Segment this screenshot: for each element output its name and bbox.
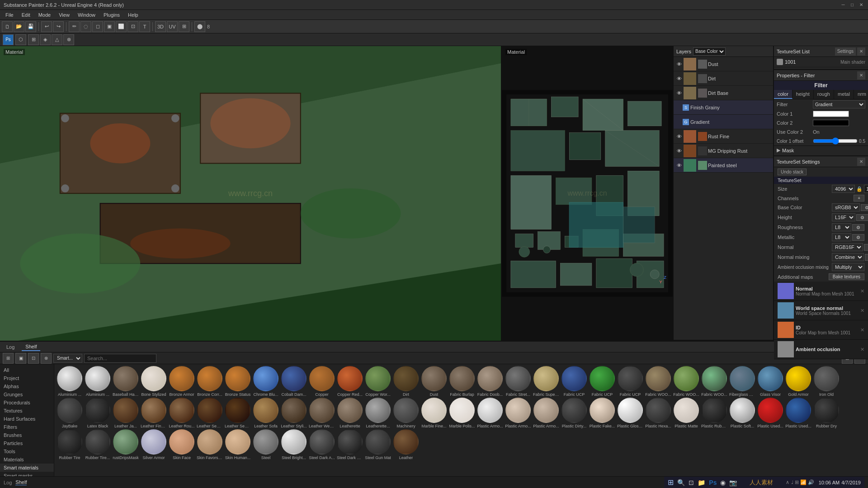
win-task-btn[interactable]: ⊡ [689, 479, 694, 486]
mat-leather-styli[interactable]: Leather Styli... [280, 398, 307, 428]
prop-color2-swatch[interactable] [813, 120, 849, 126]
layer-btn-4[interactable]: ⊗ [63, 34, 74, 45]
mat-leather-bottom[interactable]: Leather [392, 429, 420, 460]
prop-tab-rough[interactable]: rough [814, 90, 834, 99]
shelf-cat-materials[interactable]: Materials [0, 455, 54, 464]
mat-plastic-rubber[interactable]: Plastic Rubber [701, 398, 728, 428]
shelf-tool-2[interactable]: ▣ [15, 353, 26, 364]
mat-plastic-gloss[interactable]: Plastic Gloss... [617, 398, 644, 428]
ts-list-settings-btn[interactable]: Settings [835, 47, 856, 56]
prop-tab-metal[interactable]: metal [834, 90, 854, 99]
shelf-cat-textures[interactable]: Textures [0, 407, 54, 415]
mat-leather-fine[interactable]: Leather Fine... [140, 398, 167, 428]
viewport-left[interactable]: Material [0, 46, 502, 341]
ps-icon-1[interactable]: Ps [3, 34, 14, 45]
tool-paint[interactable]: ✏ [69, 21, 80, 32]
map-close-ao[interactable]: ✕ [860, 347, 864, 352]
tool-split[interactable]: ⊞ [179, 21, 189, 32]
mat-plastic-armo1[interactable]: Plastic Armo... [476, 398, 504, 428]
mat-fabric-woo1[interactable]: Fabric WOO... [645, 366, 672, 397]
win-other-btn[interactable]: 📷 [729, 479, 737, 486]
mat-gold-armor[interactable]: Gold Armor [785, 366, 812, 397]
mat-steel-bright[interactable]: Steel Bright... [280, 429, 307, 460]
shelf-cat-filters[interactable]: Filters [0, 423, 54, 431]
mat-dust[interactable]: Dust [420, 366, 448, 397]
ts-basecolor-select[interactable]: sRGB8 [832, 203, 860, 211]
ts-bake-btn[interactable]: Bake textures [829, 273, 864, 280]
shelf-cat-smart-materials[interactable]: Smart materials [0, 464, 54, 472]
mat-copper-red[interactable]: Copper Red... [336, 366, 363, 397]
ts-channels-add-btn[interactable]: + [854, 195, 864, 202]
shelf-cat-grunges[interactable]: Grunges [0, 390, 54, 399]
mat-leatherette[interactable]: Leatherette [336, 398, 363, 428]
mat-rubber-dry[interactable]: Rubber Dry [813, 398, 840, 428]
mat-steel[interactable]: Steel [252, 429, 279, 460]
map-close-normal[interactable]: ✕ [860, 288, 864, 294]
mat-skin-face[interactable]: Skin Face [168, 429, 195, 460]
shelf-cat-particles[interactable]: Particles [0, 439, 54, 447]
shelf-tab-shelf[interactable]: Shelf [22, 343, 40, 351]
maximize-btn[interactable]: □ [849, 2, 855, 8]
ts-ao-select[interactable]: Multiply [832, 263, 864, 271]
shelf-filter-select[interactable]: Smart... [53, 354, 82, 363]
mat-fabric-woo2[interactable]: Fabric WOO... [673, 366, 700, 397]
shelf-tool-4[interactable]: ⊗ [41, 353, 52, 364]
mat-plastic-armo2[interactable]: Plastic Armo... [505, 398, 532, 428]
mat-leather-ja[interactable]: Leather Ja... [112, 398, 139, 428]
mat-marble-polis[interactable]: Marble Polis... [448, 398, 476, 428]
tool-fill[interactable]: ⬜ [116, 21, 127, 32]
mat-marble-fine[interactable]: Marble Fine... [420, 398, 448, 428]
prop-color1-swatch[interactable] [813, 111, 849, 117]
mat-bronze-corr[interactable]: Bronze Corr... [196, 366, 223, 397]
win-file-btn[interactable]: 📁 [698, 479, 705, 486]
tool-stamp[interactable]: ▣ [104, 21, 115, 32]
mat-rubber-tire[interactable]: Rubber Tire [56, 429, 83, 460]
menu-plugins[interactable]: Plugins [100, 11, 123, 19]
mat-chrome-blue[interactable]: Chrome Blu... [252, 366, 279, 397]
mat-aluminium-1[interactable]: Aluminium ... [56, 366, 83, 397]
layer-vis-dirtbase[interactable]: 👁 [675, 89, 683, 97]
shelf-cat-smart-masks[interactable]: Smart masks [0, 472, 54, 476]
close-btn[interactable]: ✕ [858, 2, 864, 8]
mat-fabric-super[interactable]: Fabric Super... [533, 366, 560, 397]
menu-edit[interactable]: Edit [18, 11, 34, 19]
mat-leather-seat[interactable]: Leather Seat... [196, 398, 223, 428]
layer-vis-rust[interactable]: 👁 [675, 133, 683, 140]
mat-fabric-ucp-dark[interactable]: Fabric UCP [617, 366, 644, 397]
menu-mode[interactable]: Mode [35, 11, 55, 19]
win-search-btn[interactable]: 🔍 [677, 479, 685, 486]
prop-c1offset-slider[interactable] [813, 138, 858, 144]
tool-text[interactable]: T [139, 21, 150, 32]
mat-steel-gun[interactable]: Steel Gun Mat [364, 429, 392, 460]
layer-vis-dust[interactable]: 👁 [675, 61, 683, 68]
prop-filter-close-btn[interactable]: ✕ [857, 71, 865, 80]
mat-plastic-fake[interactable]: Plastic Fake... [589, 398, 616, 428]
ts-height-select[interactable]: L16F [832, 213, 855, 221]
ts-size-select[interactable]: 409620481024 [832, 185, 855, 193]
shelf-cat-project[interactable]: Project [0, 374, 54, 382]
mat-plastic-dirty[interactable]: Plastic Dirty... [561, 398, 588, 428]
tool-smudge[interactable]: ◌ [80, 21, 91, 32]
tool-size[interactable]: ⬤ [194, 21, 205, 32]
layer-btn-3[interactable]: △ [52, 34, 62, 45]
win-start-btn[interactable]: ⊞ [668, 478, 674, 487]
tool-3d[interactable]: 3D [155, 21, 166, 32]
mat-leather-wea[interactable]: Leather Wea... [308, 398, 335, 428]
ts-normal-select[interactable]: RGB16F [832, 243, 863, 251]
layer-vis-painted[interactable]: 👁 [675, 162, 683, 169]
shelf-tool-3[interactable]: ⊡ [28, 353, 39, 364]
mat-skin-fav[interactable]: Skin Favorsh... [196, 429, 223, 460]
ts-list-close-btn[interactable]: ✕ [857, 47, 865, 56]
tool-new[interactable]: 🗋 [2, 21, 13, 32]
mat-skin-human[interactable]: Skin Human... [224, 429, 251, 460]
shelf-tool-1[interactable]: ⊞ [3, 353, 14, 364]
mat-plastic-soft[interactable]: Plastic Soft... [729, 398, 756, 428]
mat-leather-rou[interactable]: Leather Rou... [168, 398, 195, 428]
ts-normalmixing-btn[interactable]: ⚙ [865, 254, 868, 261]
minimize-btn[interactable]: ─ [840, 2, 846, 8]
layer-vis-mgrust[interactable]: 👁 [675, 147, 683, 155]
tool-select[interactable]: ⊡ [127, 21, 138, 32]
menu-window[interactable]: Window [74, 11, 99, 19]
prop-tab-nrm[interactable]: nrm [854, 90, 868, 99]
mat-machinery[interactable]: Machinery [392, 398, 420, 428]
